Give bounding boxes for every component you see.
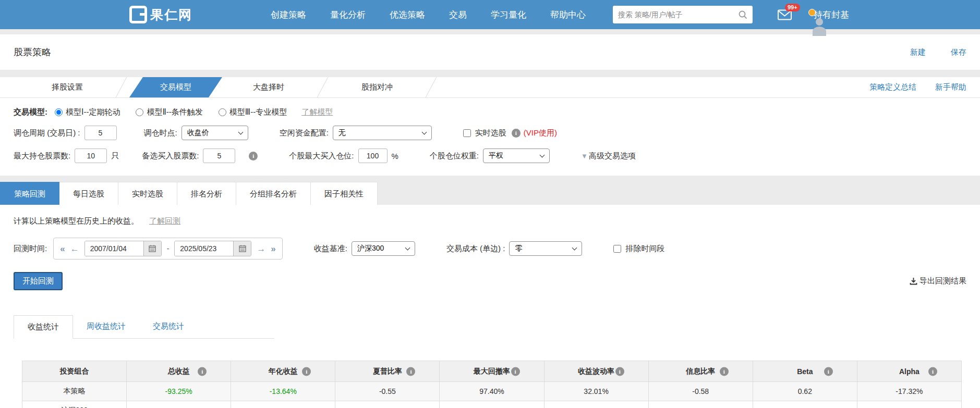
end-calendar-button[interactable] — [233, 241, 251, 256]
chevron-down-icon — [421, 130, 427, 135]
info-icon[interactable]: i — [928, 367, 937, 376]
info-icon[interactable]: i — [511, 367, 520, 376]
tab-realtime-picks[interactable]: 实时选股 — [118, 182, 177, 205]
tab-group-rank-analysis[interactable]: 分组排名分析 — [236, 182, 311, 205]
strategy-summary-link[interactable]: 策略定义总结 — [869, 82, 916, 92]
step-index-hedge[interactable]: 股指对冲 — [331, 77, 424, 97]
subtab-weekly-return-stats[interactable]: 周收益统计 — [73, 315, 139, 338]
radio-model-3[interactable]: 模型Ⅲ--专业模型 — [219, 107, 287, 117]
chevron-down-icon — [540, 153, 545, 158]
tab-factor-correlation[interactable]: 因子相关性 — [311, 182, 378, 205]
realtime-pick-input[interactable] — [463, 129, 471, 137]
top-navbar: 果仁网 创建策略 量化分析 优选策略 交易 学习量化 帮助中心 99+ 持有封基 — [0, 0, 980, 29]
max-position-label: 个股最大买入仓位: — [289, 151, 354, 161]
messages-button[interactable]: 99+ — [778, 9, 792, 20]
learn-backtest-link[interactable]: 了解回测 — [149, 216, 180, 226]
step-market-timing[interactable]: 大盘择时 — [222, 77, 315, 97]
radio-model-2-input[interactable] — [136, 108, 143, 116]
search-box — [613, 6, 753, 23]
nav-item-help-center[interactable]: 帮助中心 — [550, 9, 586, 21]
radio-model-1[interactable]: 模型Ⅰ--定期轮动 — [55, 107, 120, 117]
trade-cost-select[interactable]: 零 — [509, 241, 582, 256]
backtest-result-table: 投资组合 总收益i 年化收益i 夏普比率i 最大回撤率i 收益波动率i 信息比率… — [22, 361, 962, 408]
candidate-count-label: 备选买入股票数: — [142, 151, 199, 161]
subtab-return-stats[interactable]: 收益统计 — [14, 315, 73, 339]
start-calendar-button[interactable] — [143, 241, 161, 256]
new-strategy-link[interactable]: 新建 — [910, 47, 926, 57]
max-holdings-unit: 只 — [111, 151, 119, 161]
tab-rank-analysis[interactable]: 排名分析 — [177, 182, 236, 205]
exclude-period-input[interactable] — [613, 245, 621, 253]
caret-down-icon: ▼ — [581, 152, 588, 160]
backtest-time-label: 回测时间: — [14, 244, 47, 254]
page-title: 股票策略 — [14, 46, 51, 58]
col-max-drawdown: 最大回撤率i — [440, 361, 544, 382]
start-date-box — [84, 241, 162, 256]
chevron-down-icon — [238, 130, 243, 135]
end-date-box — [174, 241, 251, 256]
jump-start-icon[interactable]: « — [60, 244, 65, 253]
radio-model-3-input[interactable] — [219, 108, 226, 116]
rebalance-period-input[interactable] — [84, 126, 117, 140]
nav-item-create-strategy[interactable]: 创建策略 — [271, 9, 306, 21]
info-icon[interactable]: i — [720, 367, 729, 376]
info-icon[interactable]: i — [302, 367, 311, 376]
step-separator — [315, 77, 331, 97]
site-logo[interactable]: 果仁网 — [129, 6, 192, 23]
export-results-link[interactable]: 导出回测结果 — [910, 276, 966, 286]
position-weight-select[interactable]: 平权 — [483, 149, 550, 163]
step-stock-selection[interactable]: 择股设置 — [21, 77, 114, 97]
col-portfolio: 投资组合 — [22, 361, 127, 382]
idle-funds-label: 空闲资金配置: — [280, 128, 329, 138]
nav-item-trade[interactable]: 交易 — [449, 9, 467, 21]
nav-item-learn-quant[interactable]: 学习量化 — [491, 9, 526, 21]
tab-daily-picks[interactable]: 每日选股 — [59, 182, 118, 205]
col-total-return: 总收益i — [127, 361, 231, 382]
nav-item-quant-analysis[interactable]: 量化分析 — [330, 9, 366, 21]
result-section-tabs: 策略回测 每日选股 实时选股 排名分析 分组排名分析 因子相关性 — [0, 182, 980, 205]
max-holdings-label: 最大持仓股票数: — [14, 151, 70, 161]
tab-strategy-backtest[interactable]: 策略回测 — [0, 182, 59, 205]
save-strategy-link[interactable]: 保存 — [951, 47, 966, 57]
end-date-input[interactable] — [175, 241, 233, 256]
info-icon[interactable]: i — [615, 367, 624, 376]
jump-end-icon[interactable]: » — [271, 244, 275, 253]
search-input[interactable] — [618, 10, 738, 19]
start-backtest-button[interactable]: 开始回测 — [14, 272, 63, 290]
step-back-icon[interactable]: ← — [70, 244, 79, 253]
nav-item-featured-strategies[interactable]: 优选策略 — [390, 9, 425, 21]
exclude-period-checkbox[interactable]: 排除时间段 — [613, 244, 664, 254]
radio-model-2[interactable]: 模型Ⅱ--条件触发 — [136, 107, 202, 117]
max-holdings-input[interactable] — [75, 149, 107, 163]
rebalance-time-label: 调仓时点: — [144, 128, 177, 138]
rebalance-time-select[interactable]: 收盘价 — [182, 126, 248, 140]
realtime-info-icon[interactable]: i — [512, 129, 521, 138]
info-icon[interactable]: i — [406, 367, 415, 376]
info-icon[interactable]: i — [824, 367, 833, 376]
max-position-unit: % — [392, 152, 398, 160]
candidate-count-input[interactable] — [203, 149, 235, 163]
radio-model-1-input[interactable] — [55, 108, 63, 116]
step-separator — [424, 77, 439, 97]
info-icon[interactable]: i — [198, 367, 207, 376]
step-trade-model[interactable]: 交易模型 — [129, 77, 222, 97]
table-header-row: 投资组合 总收益i 年化收益i 夏普比率i 最大回撤率i 收益波动率i 信息比率… — [22, 361, 962, 382]
start-date-input[interactable] — [85, 241, 143, 256]
max-position-input[interactable] — [358, 149, 388, 163]
avatar-level-badge — [808, 9, 816, 16]
search-icon[interactable] — [738, 10, 747, 19]
subtab-trade-stats[interactable]: 交易统计 — [139, 315, 198, 338]
main-nav: 创建策略 量化分析 优选策略 交易 学习量化 帮助中心 — [271, 9, 586, 21]
benchmark-select[interactable]: 沪深300 — [352, 241, 415, 256]
step-forward-icon[interactable]: → — [257, 244, 265, 253]
candidate-info-icon[interactable]: i — [249, 152, 258, 160]
col-alpha: Alphai — [857, 361, 961, 382]
beginner-help-link[interactable]: 新手帮助 — [935, 82, 966, 92]
idle-funds-select[interactable]: 无 — [333, 126, 432, 140]
realtime-pick-checkbox[interactable]: 实时选股 — [463, 128, 506, 138]
learn-model-link[interactable]: 了解模型 — [301, 107, 333, 117]
col-sharpe: 夏普比率i — [335, 361, 440, 382]
advanced-options-toggle[interactable]: ▼ 高级交易选项 — [581, 151, 636, 161]
benchmark-label: 收益基准: — [314, 244, 347, 254]
table-row-strategy: 本策略 -93.25% -13.64% -0.55 97.40% 32.01% … — [22, 382, 962, 401]
